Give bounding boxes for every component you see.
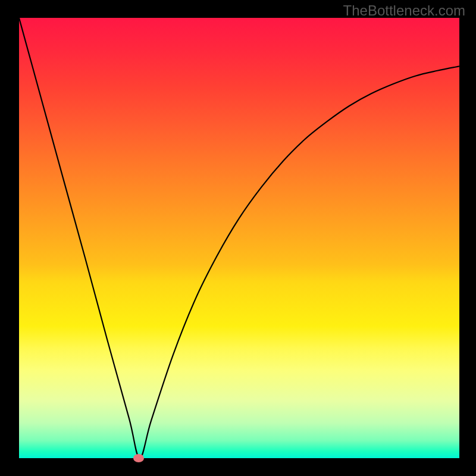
watermark-text: TheBottleneck.com: [343, 2, 465, 19]
chart-curve-svg: [19, 18, 459, 458]
chart-minimum-marker: [133, 454, 144, 462]
chart-curve: [19, 18, 459, 458]
chart-plot-area: [19, 18, 459, 458]
